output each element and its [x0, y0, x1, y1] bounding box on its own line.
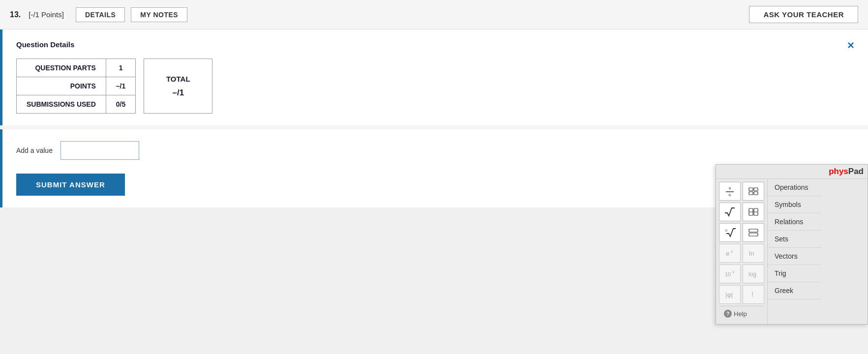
svg-text:|φ|: |φ| [725, 291, 733, 298]
total-value: –/1 [172, 88, 184, 98]
physpad-menu-trig[interactable]: Trig [768, 265, 822, 282]
details-row-value: 0/5 [106, 95, 135, 114]
details-table-row: POINTS–/1 [17, 77, 136, 95]
matrix3-button[interactable] [743, 223, 764, 242]
my-notes-button[interactable]: MY NOTES [131, 7, 187, 22]
svg-text:log: log [748, 271, 756, 278]
details-row-label: QUESTION PARTS [17, 59, 106, 77]
top-bar: 13. [-/1 Points] DETAILS MY NOTES ASK YO… [0, 0, 868, 30]
svg-text:ln: ln [749, 250, 754, 257]
fraction-button[interactable]: ab [719, 182, 741, 201]
svg-rect-12 [749, 229, 758, 232]
log-button: log [743, 265, 764, 283]
help-icon: ? [724, 310, 732, 318]
power10-button: 10x [719, 265, 741, 283]
sqrt-button[interactable] [719, 203, 741, 221]
nthroot-button[interactable]: n [719, 223, 741, 242]
svg-text:e: e [726, 250, 729, 257]
details-table: QUESTION PARTS1POINTS–/1SUBMISSIONS USED… [16, 59, 136, 114]
physpad-btn-row-3: n [719, 223, 764, 242]
panel-title: Question Details [16, 40, 852, 49]
total-label: TOTAL [166, 75, 190, 83]
factorial-button: ! [743, 285, 764, 304]
ln-button: ln [743, 244, 764, 263]
details-row-label: SUBMISSIONS USED [17, 95, 106, 114]
details-row-label: POINTS [17, 77, 106, 95]
physpad-help[interactable]: ? Help [719, 306, 764, 321]
physpad-menu-relations[interactable]: Relations [768, 213, 822, 231]
physpad-widget: physPad ab [716, 164, 868, 324]
matrix-button[interactable] [743, 182, 764, 201]
exp-e-button: ex [719, 244, 741, 263]
svg-text:b: b [729, 193, 731, 197]
details-row-value: 1 [106, 59, 135, 77]
add-value-row: Add a value [16, 141, 854, 160]
physpad-btn-row-2 [719, 203, 764, 221]
svg-text:n: n [725, 229, 727, 232]
physpad-btn-row-6: |φ| ! [719, 285, 764, 304]
question-number: 13. [10, 10, 21, 19]
ask-teacher-button[interactable]: ASK YOUR TEACHER [749, 6, 858, 23]
physpad-brand-pad: Pad [848, 167, 864, 176]
details-button[interactable]: DETAILS [76, 7, 125, 22]
total-box: TOTAL –/1 [144, 59, 212, 114]
physpad-btn-row-4: ex ln [719, 244, 764, 263]
svg-rect-4 [754, 188, 758, 191]
svg-rect-5 [749, 192, 753, 195]
physpad-menu-greek[interactable]: Greek [768, 282, 822, 299]
close-button[interactable]: × [847, 38, 854, 52]
svg-text:a: a [729, 186, 731, 190]
physpad-menu: OperationsSymbolsRelationsSetsVectorsTri… [768, 179, 822, 324]
svg-text:!: ! [751, 291, 753, 298]
physpad-btn-row-1: ab [719, 182, 764, 201]
matrix2-button[interactable] [743, 203, 764, 221]
svg-text:x: x [731, 249, 733, 254]
abs-button: |φ| [719, 285, 741, 304]
points-label: [-/1 Points] [29, 10, 64, 19]
help-label: Help [734, 310, 747, 318]
physpad-body: ab [716, 179, 868, 324]
details-row-value: –/1 [106, 77, 135, 95]
physpad-menu-vectors[interactable]: Vectors [768, 248, 822, 265]
svg-rect-6 [754, 192, 758, 195]
details-table-row: QUESTION PARTS1 [17, 59, 136, 77]
physpad-header: physPad [716, 165, 868, 179]
physpad-menu-sets[interactable]: Sets [768, 231, 822, 248]
physpad-menu-symbols[interactable]: Symbols [768, 196, 822, 213]
svg-rect-13 [749, 233, 758, 236]
submit-answer-button[interactable]: SUBMIT ANSWER [16, 174, 125, 196]
svg-text:x: x [732, 269, 735, 274]
question-details-panel: Question Details × QUESTION PARTS1POINTS… [0, 30, 868, 125]
physpad-brand: physPad [829, 167, 864, 177]
svg-rect-3 [749, 188, 753, 191]
physpad-brand-phys: phys [829, 167, 848, 176]
svg-text:10: 10 [725, 271, 731, 277]
physpad-btn-row-5: 10x log [719, 265, 764, 283]
details-table-wrap: QUESTION PARTS1POINTS–/1SUBMISSIONS USED… [16, 59, 852, 114]
add-value-label: Add a value [16, 147, 53, 154]
physpad-buttons: ab [716, 179, 768, 324]
physpad-menu-operations[interactable]: Operations [768, 179, 822, 196]
details-table-row: SUBMISSIONS USED0/5 [17, 95, 136, 114]
add-value-input[interactable] [60, 141, 139, 160]
